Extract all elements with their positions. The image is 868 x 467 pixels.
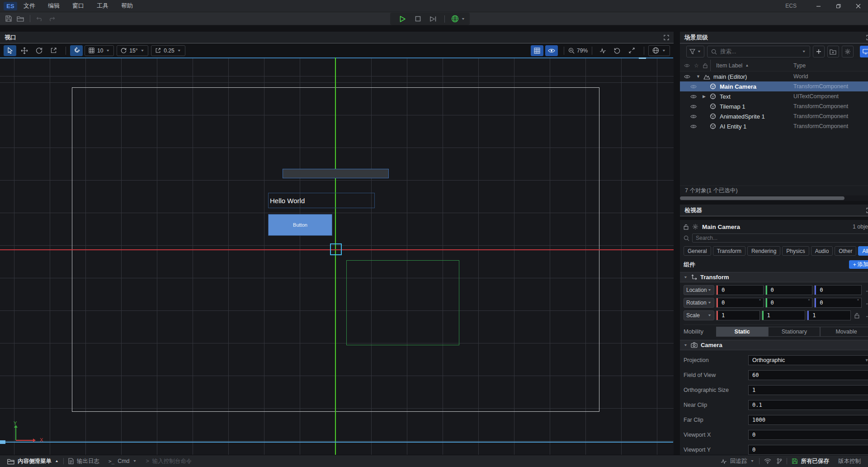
undo-icon[interactable] <box>34 14 46 24</box>
tab-all[interactable]: All <box>858 246 868 256</box>
rotate-tool-button[interactable] <box>33 45 45 56</box>
tab-physics[interactable]: Physics <box>782 246 809 256</box>
add-folder-button[interactable] <box>827 46 839 57</box>
text-object[interactable]: Hello World <box>268 193 375 208</box>
tree-row-tilemap[interactable]: Tilemap 1 TransformComponent <box>680 101 868 111</box>
tab-audio[interactable]: Audio <box>811 246 833 256</box>
snap-tool-button[interactable] <box>70 45 83 56</box>
far-clip-input[interactable]: 1000 <box>748 415 868 425</box>
grid-toggle-button[interactable] <box>531 45 543 56</box>
tree-row-main[interactable]: ▼ main (Editor) World <box>680 71 868 81</box>
rotation-y-input[interactable]: 0° <box>765 298 813 308</box>
cmd-dropdown[interactable]: >_ Cmd ▼ <box>104 455 142 467</box>
grid-snap-dropdown[interactable]: 10 ▼ <box>85 45 114 56</box>
play-button[interactable] <box>395 14 410 24</box>
rotation-x-input[interactable]: 0° <box>716 298 764 308</box>
tab-other[interactable]: Other <box>835 246 856 256</box>
tilemap-object[interactable] <box>283 169 389 178</box>
mobility-movable[interactable]: Movable <box>820 327 868 337</box>
select-tool-button[interactable] <box>4 45 16 56</box>
column-type[interactable]: Type <box>793 62 806 69</box>
menu-edit[interactable]: 编辑 <box>42 0 66 12</box>
save-icon[interactable] <box>3 14 14 24</box>
menu-tools[interactable]: 工具 <box>90 0 115 12</box>
canvas-top-scroll-thumb[interactable] <box>639 57 646 59</box>
zoom-level[interactable]: 79% <box>577 48 588 54</box>
console-command-input[interactable]: > 输入控制台命令 <box>142 455 197 467</box>
reset-view-icon[interactable] <box>611 45 623 56</box>
near-clip-input[interactable]: 0.1 <box>748 400 868 410</box>
tree-row-text[interactable]: ▶ Text UITextComponent <box>680 91 868 101</box>
scale-x-input[interactable]: 1 <box>716 310 760 320</box>
location-dropdown[interactable]: Location▼ <box>684 285 714 295</box>
tab-general[interactable]: General <box>684 246 711 256</box>
scale-y-input[interactable]: 1 <box>762 310 806 320</box>
menu-help[interactable]: 帮助 <box>115 0 139 12</box>
tab-transform[interactable]: Transform <box>713 246 745 256</box>
transform-section-header[interactable]: ▼ Transform <box>680 272 868 282</box>
hierarchy-hscrollbar[interactable] <box>680 195 868 201</box>
visibility-toggle-button[interactable] <box>545 45 558 56</box>
stop-button[interactable] <box>410 14 425 24</box>
eye-icon[interactable] <box>690 124 697 129</box>
globe-chevron-icon[interactable]: ▼ <box>461 17 465 21</box>
open-folder-icon[interactable] <box>14 14 26 24</box>
scene-canvas[interactable]: Hello World Button Y X <box>0 57 674 455</box>
hierarchy-search-input[interactable]: 搜索... ▼ <box>707 46 810 57</box>
orthographic-size-input[interactable]: 1 <box>748 385 868 395</box>
inspector-search-input[interactable]: Search... <box>692 234 868 243</box>
rotation-dropdown[interactable]: Rotation▼ <box>684 298 714 308</box>
save-status[interactable]: 所有已保存 <box>787 455 834 467</box>
output-log-button[interactable]: 输出日志 <box>64 455 104 467</box>
camera-section-header[interactable]: ▼ Camera <box>680 340 868 350</box>
menu-window[interactable]: 窗口 <box>66 0 90 12</box>
version-control-button[interactable]: 版本控制 <box>834 455 868 467</box>
unlock-icon[interactable] <box>853 313 862 319</box>
rotation-z-input[interactable]: 0° <box>814 298 862 308</box>
fullscreen-icon[interactable] <box>625 45 638 56</box>
viewport-expand-icon[interactable] <box>664 35 669 40</box>
hierarchy-expand-icon[interactable] <box>866 35 868 40</box>
scale-dropdown[interactable]: Scale▼ <box>684 310 714 320</box>
field-of-view-input[interactable]: 60 <box>748 370 868 380</box>
selection-handle[interactable] <box>330 243 342 255</box>
eye-icon[interactable] <box>690 84 697 89</box>
screen-view-button[interactable] <box>860 46 868 57</box>
step-forward-button[interactable] <box>425 14 441 24</box>
tab-rendering[interactable]: Rendering <box>747 246 780 256</box>
close-button[interactable] <box>848 0 868 12</box>
world-run-globe-icon[interactable] <box>448 14 461 24</box>
projection-dropdown[interactable]: Orthographic ▼ <box>748 355 868 365</box>
chevron-down-icon[interactable]: ▼ <box>696 74 700 79</box>
tree-row-ai-entity[interactable]: AI Entity 1 TransformComponent <box>680 121 868 131</box>
viewport-y-input[interactable]: 0 <box>748 445 868 455</box>
rotate-snap-dropdown[interactable]: 15° ▼ <box>117 45 148 56</box>
view-mode-dropdown[interactable]: ▼ <box>648 45 670 56</box>
eye-icon[interactable] <box>690 104 697 109</box>
eye-icon[interactable] <box>690 94 697 99</box>
trace-dropdown[interactable]: 回追踪 ▼ <box>716 455 759 467</box>
location-z-input[interactable]: 0 <box>814 285 862 295</box>
entity-bounds[interactable] <box>346 260 459 345</box>
hierarchy-settings-button[interactable] <box>842 46 854 57</box>
scale-snap-dropdown[interactable]: 0.25 ▼ <box>151 45 185 56</box>
move-tool-button[interactable] <box>18 45 31 56</box>
git-branch-icon[interactable] <box>776 455 787 467</box>
mobility-static[interactable]: Static <box>716 327 768 337</box>
minimize-button[interactable] <box>808 0 828 12</box>
link-values-icon[interactable]: ↔ <box>863 300 868 306</box>
menu-file[interactable]: 文件 <box>17 0 42 12</box>
column-item-label[interactable]: Item Label ▲ <box>711 62 749 69</box>
edit-tool-button[interactable] <box>47 45 60 56</box>
add-component-button[interactable]: + 添加 <box>849 260 868 269</box>
stats-toggle-icon[interactable] <box>596 45 609 56</box>
eye-icon[interactable] <box>684 74 690 79</box>
chevron-right-icon[interactable]: ▶ <box>703 94 706 99</box>
lock-icon[interactable] <box>684 224 689 230</box>
scale-z-input[interactable]: 1 <box>807 310 851 320</box>
canvas-top-scrollbar[interactable] <box>0 57 673 58</box>
hscroll-thumb[interactable] <box>680 196 844 200</box>
mobility-stationary[interactable]: Stationary <box>768 327 820 337</box>
network-status-icon[interactable] <box>760 455 776 467</box>
location-x-input[interactable]: 0 <box>716 285 764 295</box>
